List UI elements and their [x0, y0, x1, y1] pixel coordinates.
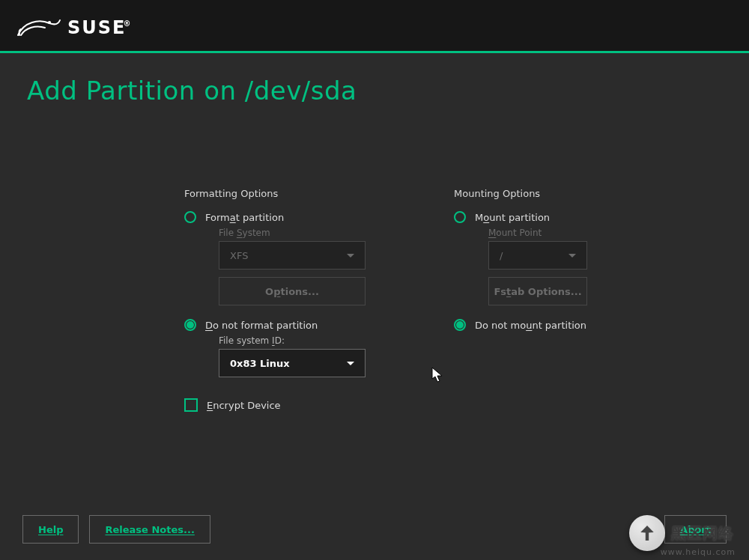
mounting-heading: Mounting Options [454, 188, 679, 199]
page-title: Add Partition on /dev/sda [27, 76, 722, 106]
formatting-column: Formatting Options Format partition File… [184, 188, 409, 412]
checkbox-icon [184, 398, 198, 412]
watermark-icon [629, 515, 665, 551]
mountpoint-value: / [500, 250, 503, 261]
mount-partition-radio[interactable]: Mount partition [454, 211, 679, 223]
radio-icon-selected [184, 319, 196, 331]
brand-name: SUSE [67, 17, 126, 38]
no-mount-radio[interactable]: Do not mount partition [454, 319, 679, 331]
header-bar: SUSE® [0, 0, 749, 51]
encrypt-label: Encrypt Device [207, 400, 281, 411]
no-format-radio[interactable]: Do not format partition [184, 319, 409, 331]
mountpoint-select[interactable]: / [488, 241, 587, 270]
main-content: Add Partition on /dev/sda Formatting Opt… [0, 53, 749, 487]
chevron-down-icon [347, 254, 354, 258]
formatting-heading: Formatting Options [184, 188, 409, 199]
format-partition-radio[interactable]: Format partition [184, 211, 409, 223]
watermark-text: 黑区网络 [671, 523, 734, 544]
watermark-sub: www.heiqu.com [661, 547, 736, 557]
help-button[interactable]: Help [22, 515, 79, 544]
chevron-down-icon [347, 362, 354, 365]
no-mount-label: Do not mount partition [475, 320, 586, 331]
radio-icon [184, 211, 196, 223]
no-format-label: Do not format partition [205, 320, 318, 331]
filesystem-value: XFS [230, 250, 248, 261]
watermark: 黑区网络 [629, 515, 734, 551]
brand-text: SUSE® [67, 17, 135, 38]
fsid-label: File system ID: [219, 335, 409, 346]
fsid-value: 0x83 Linux [230, 358, 290, 369]
options-columns: Formatting Options Format partition File… [27, 188, 722, 412]
radio-icon-selected [454, 319, 466, 331]
fsid-select[interactable]: 0x83 Linux [219, 349, 366, 377]
filesystem-label: File System [219, 228, 409, 238]
mount-partition-label: Mount partition [475, 212, 550, 223]
suse-logo: SUSE® [16, 13, 135, 38]
radio-icon [454, 211, 466, 223]
mounting-column: Mounting Options Mount partition Mount P… [454, 188, 679, 412]
chevron-down-icon [568, 254, 576, 258]
chameleon-icon [16, 13, 63, 38]
mountpoint-label: Mount Point [488, 228, 679, 238]
format-partition-label: Format partition [205, 212, 284, 223]
registered-mark: ® [123, 19, 132, 28]
filesystem-select[interactable]: XFS [219, 241, 366, 270]
svg-point-0 [48, 21, 51, 24]
format-options-button[interactable]: Options... [219, 277, 366, 305]
encrypt-checkbox-row[interactable]: Encrypt Device [184, 398, 409, 412]
release-notes-button[interactable]: Release Notes... [89, 515, 210, 544]
fstab-options-button[interactable]: Fstab Options... [488, 277, 587, 305]
